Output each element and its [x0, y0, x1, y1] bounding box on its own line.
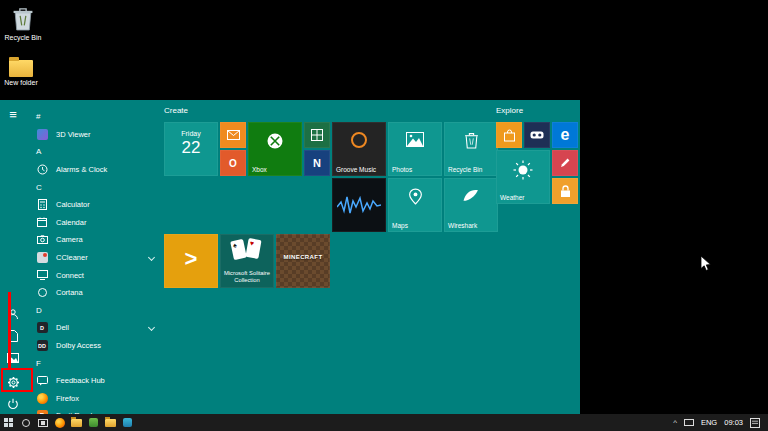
app-list-header-f[interactable]: F	[28, 354, 158, 372]
map-pin-icon	[408, 188, 423, 205]
excel-grid-icon	[311, 129, 323, 141]
mail-icon	[227, 130, 240, 140]
power-icon	[7, 398, 19, 410]
app-list-header-c[interactable]: C	[28, 178, 158, 196]
app-list-item-feedback-hub[interactable]: Feedback Hub	[28, 372, 158, 390]
tile-label: Recycle Bin	[448, 166, 482, 173]
task-view-button[interactable]	[34, 414, 51, 431]
tile-calendar[interactable]: Friday 22	[164, 122, 218, 176]
app-list-item-alarms-clock[interactable]: Alarms & Clock	[28, 161, 158, 179]
expand-menu-button[interactable]: ≡	[0, 104, 26, 124]
app-list-item-ccleaner[interactable]: CCleaner	[28, 249, 158, 267]
tile-mail[interactable]	[220, 122, 246, 148]
edge-logo-icon: e	[561, 126, 570, 144]
app-list-item-calculator[interactable]: Calculator	[28, 196, 158, 214]
shark-fin-icon	[461, 188, 481, 203]
groove-logo-icon	[351, 132, 367, 148]
taskbar-app-folder[interactable]	[102, 414, 119, 431]
playing-card-icon: ♥	[245, 238, 261, 259]
taskbar-app-firefox[interactable]	[51, 414, 68, 431]
tile-music-equalizer[interactable]	[332, 178, 386, 232]
calendar-icon	[36, 216, 48, 228]
tile-office[interactable]: O	[220, 150, 246, 176]
plex-arrow-icon: >	[164, 246, 218, 272]
desktop-icon-label: New folder	[4, 79, 37, 87]
hidden-icons-chevron[interactable]: ^	[673, 418, 677, 427]
tile-groove-music[interactable]: Groove Music	[332, 122, 386, 176]
tile-label: Wireshark	[448, 222, 477, 229]
desktop-screen: Recycle Bin New folder ≡	[0, 0, 768, 431]
tile-onenote[interactable]: N	[304, 150, 330, 176]
tile-label: Xbox	[252, 166, 267, 173]
tile-plex[interactable]: >	[164, 234, 218, 288]
app-list-item-dolby-access[interactable]: DDDolby Access	[28, 337, 158, 355]
app-list-item-camera[interactable]: Camera	[28, 231, 158, 249]
action-center-icon[interactable]	[750, 418, 760, 428]
tile-xbox[interactable]: Xbox	[248, 122, 302, 176]
taskbar: ^ ENG 09:03	[0, 414, 768, 431]
mouse-cursor	[700, 255, 712, 273]
app-list-item-connect[interactable]: Connect	[28, 266, 158, 284]
display-tray-icon[interactable]	[684, 419, 694, 426]
desktop-icon-recycle-bin[interactable]: Recycle Bin	[0, 6, 46, 42]
tile-mixed-reality[interactable]	[524, 122, 550, 148]
windows-logo-icon	[4, 418, 13, 427]
app-list-header-hash[interactable]: #	[28, 108, 158, 126]
tile-photos[interactable]: Photos	[388, 122, 442, 176]
app-list-item-cortana[interactable]: Cortana	[28, 284, 158, 302]
tile-label: Maps	[392, 222, 408, 229]
tile-edge[interactable]: e	[552, 122, 578, 148]
taskbar-app-file-explorer[interactable]	[68, 414, 85, 431]
recycle-bin-icon	[12, 6, 34, 32]
power-button[interactable]	[0, 394, 26, 414]
app-list: # 3D Viewer A Alarms & Clock C Calculato…	[28, 108, 158, 414]
tile-group-header-create[interactable]: Create	[164, 106, 188, 115]
tile-weather[interactable]: Weather	[496, 150, 550, 204]
lock-icon	[560, 185, 571, 198]
desktop-icon-label: Recycle Bin	[5, 34, 42, 42]
waveform-icon	[337, 193, 381, 217]
taskbar-app-green[interactable]	[85, 414, 102, 431]
system-tray: ^ ENG 09:03	[673, 418, 768, 428]
app-list-item-dell[interactable]: DDell	[28, 319, 158, 337]
folder-icon	[105, 419, 116, 427]
chevron-down-icon[interactable]	[148, 254, 155, 261]
pencil-icon	[559, 157, 571, 169]
tile-store[interactable]	[496, 122, 522, 148]
app-list-item-calendar[interactable]: Calendar	[28, 214, 158, 232]
app-list-item-3d-viewer[interactable]: 3D Viewer	[28, 126, 158, 144]
firefox-icon	[36, 392, 48, 404]
desktop-icon-new-folder[interactable]: New folder	[0, 56, 44, 87]
app-list-item-foxit-reader[interactable]: FFoxit Reader	[28, 407, 158, 414]
pictures-button[interactable]	[0, 348, 26, 368]
tile-maps[interactable]: Maps	[388, 178, 442, 232]
user-account-button[interactable]	[0, 304, 26, 324]
goggles-icon	[530, 131, 544, 139]
tile-excel[interactable]	[304, 122, 330, 148]
tile-group-header-explore[interactable]: Explore	[496, 106, 523, 115]
calendar-day-label: Friday	[164, 130, 218, 137]
shopping-bag-icon	[503, 129, 516, 142]
language-indicator[interactable]: ENG	[701, 418, 717, 427]
search-button[interactable]	[17, 414, 34, 431]
documents-button[interactable]	[0, 326, 26, 346]
app-list-item-firefox[interactable]: Firefox	[28, 390, 158, 408]
tile-solitaire[interactable]: ♠ ♥ Microsoft Solitaire Collection	[220, 234, 274, 288]
tile-label: Groove Music	[336, 166, 376, 173]
start-button[interactable]	[0, 414, 17, 431]
tile-wireshark[interactable]: Wireshark	[444, 178, 498, 232]
chevron-down-icon[interactable]	[148, 324, 155, 331]
tile-minecraft[interactable]: MINECRAFT	[276, 234, 330, 288]
tile-label: Microsoft Solitaire Collection	[223, 270, 271, 284]
tile-recycle-bin[interactable]: Recycle Bin	[444, 122, 498, 176]
photos-icon	[406, 132, 424, 147]
camera-icon	[36, 234, 48, 246]
clock[interactable]: 09:03	[724, 418, 743, 427]
tile-lock[interactable]	[552, 178, 578, 204]
xbox-logo-icon	[266, 132, 284, 150]
tile-fresh-paint[interactable]	[552, 150, 578, 176]
app-list-header-d[interactable]: D	[28, 302, 158, 320]
app-list-header-a[interactable]: A	[28, 143, 158, 161]
taskbar-app-blue[interactable]	[119, 414, 136, 431]
task-view-icon	[38, 419, 48, 427]
